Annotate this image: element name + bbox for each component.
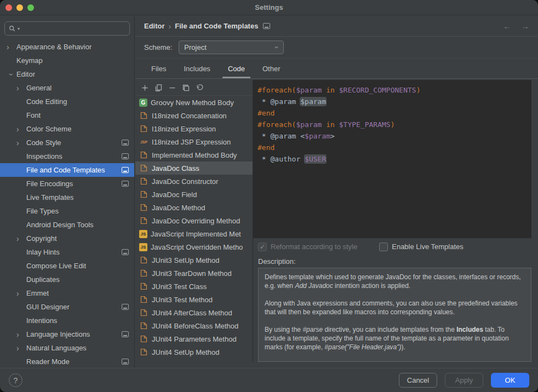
sidebar-item-intentions[interactable]: Intentions: [0, 314, 134, 327]
sidebar-item-label: Emmet: [26, 289, 49, 297]
template-item-javascript-overridden-metho[interactable]: JSJavaScript Overridden Metho: [135, 240, 253, 253]
tab-includes[interactable]: Includes: [176, 59, 217, 78]
sidebar-item-copyright[interactable]: ›Copyright: [0, 232, 134, 245]
sidebar-item-android-design-tools[interactable]: Android Design Tools: [0, 218, 134, 232]
settings-window: Settings ▾ ›Appearance & BehaviorKeymap›…: [0, 0, 538, 392]
file-template-glyph: [140, 125, 147, 132]
tab-files[interactable]: Files: [144, 59, 173, 78]
template-item-label: JUnit3 Test Class: [152, 283, 207, 291]
reset-button[interactable]: [193, 82, 206, 94]
copy-template-button[interactable]: [152, 82, 165, 94]
sidebar-item-color-scheme[interactable]: ›Color Scheme: [0, 122, 134, 136]
forward-button[interactable]: →: [521, 21, 529, 31]
code-editor[interactable]: #foreach($param in $RECORD_COMPONENTS) *…: [253, 80, 531, 238]
template-item-junit3-test-class[interactable]: JUnit3 Test Class: [135, 280, 253, 293]
main-panel: GGroovy New Method BodyI18nized Concaten…: [135, 80, 538, 362]
sidebar-item-keymap[interactable]: Keymap: [0, 54, 134, 67]
template-item-junit3-setup-method[interactable]: JUnit3 SetUp Method: [135, 253, 253, 267]
history-nav: ← →: [503, 21, 529, 31]
sidebar-item-label: Natural Languages: [26, 344, 87, 352]
remove-button[interactable]: [165, 82, 179, 94]
template-item-label: JavaScript Overridden Metho: [151, 243, 243, 251]
template-item-javadoc-class[interactable]: JavaDoc Class: [135, 162, 253, 175]
template-item-javadoc-field[interactable]: JavaDoc Field: [135, 188, 253, 201]
sidebar-item-label: Appearance & Behavior: [16, 43, 91, 51]
tab-other[interactable]: Other: [255, 59, 288, 78]
live-templates-checkbox[interactable]: [379, 243, 388, 251]
ok-button[interactable]: OK: [491, 373, 529, 388]
template-item-javadoc-constructor[interactable]: JavaDoc Constructor: [135, 175, 253, 188]
sidebar-item-file-types[interactable]: File Types: [0, 204, 134, 218]
sidebar-item-label: General: [26, 84, 51, 92]
template-item-label: JavaDoc Class: [152, 164, 199, 172]
chevron-right-icon[interactable]: ›: [16, 344, 26, 352]
search-icon[interactable]: [9, 25, 16, 32]
sidebar-item-live-templates[interactable]: Live Templates: [0, 191, 134, 204]
breadcrumb-editor[interactable]: Editor: [144, 22, 165, 30]
sidebar-item-natural-languages[interactable]: ›Natural Languages: [0, 341, 134, 355]
add-button[interactable]: [138, 82, 151, 94]
settings-search-box[interactable]: ▾: [4, 21, 130, 36]
sidebar-item-compose-live-edit[interactable]: Compose Live Edit: [0, 259, 134, 273]
close-button[interactable]: [5, 4, 12, 11]
file-template-icon: [139, 190, 148, 199]
scheme-label: Scheme:: [144, 43, 172, 51]
template-item-javascript-implemented-met[interactable]: JSJavaScript Implemented Met: [135, 227, 253, 240]
cancel-button[interactable]: Cancel: [399, 373, 437, 388]
back-button[interactable]: ←: [503, 21, 511, 31]
settings-search-input[interactable]: [21, 25, 125, 33]
template-item-implemented-method-body[interactable]: Implemented Method Body: [135, 148, 253, 162]
template-item-junit3-test-method[interactable]: JUnit3 Test Method: [135, 293, 253, 306]
sidebar-item-file-and-code-templates[interactable]: File and Code Templates: [0, 163, 134, 177]
sidebar-item-label: Intentions: [26, 316, 57, 325]
sidebar-item-inlay-hints[interactable]: Inlay Hints: [0, 245, 134, 259]
file-template-icon: [139, 282, 148, 291]
sidebar-item-file-encodings[interactable]: File Encodings: [0, 177, 134, 191]
tab-code[interactable]: Code: [221, 59, 252, 78]
sidebar-item-duplicates[interactable]: Duplicates: [0, 273, 134, 286]
sidebar-item-code-style[interactable]: ›Code Style: [0, 136, 134, 149]
chevron-right-icon[interactable]: ›: [16, 84, 26, 92]
chevron-right-icon[interactable]: ›: [7, 43, 16, 51]
sidebar-item-font[interactable]: Font: [0, 108, 134, 122]
template-item-groovy-new-method-body[interactable]: GGroovy New Method Body: [135, 96, 253, 109]
duplicate-button[interactable]: [179, 82, 192, 94]
template-item-javadoc-method[interactable]: JavaDoc Method: [135, 201, 253, 214]
template-item-junit3-teardown-method[interactable]: JUnit3 TearDown Method: [135, 267, 253, 280]
chevron-right-icon[interactable]: ›: [16, 139, 26, 147]
sidebar-item-appearance-behavior[interactable]: ›Appearance & Behavior: [0, 40, 134, 54]
search-options-caret-icon[interactable]: ▾: [18, 26, 20, 31]
chevron-right-icon[interactable]: ›: [16, 235, 26, 243]
zoom-button[interactable]: [27, 4, 34, 11]
chevron-right-icon[interactable]: ›: [16, 290, 26, 297]
template-item-junit4-parameters-method[interactable]: JUnit4 Parameters Method: [135, 332, 253, 345]
chevron-right-icon[interactable]: ›: [16, 331, 26, 338]
help-button[interactable]: ?: [9, 373, 22, 387]
code-line: * @param <$param>: [257, 130, 531, 142]
template-item-i18nized-expression[interactable]: I18nized Expression: [135, 122, 253, 135]
template-item-junit4-beforeclass-method[interactable]: JUnit4 BeforeClass Method: [135, 319, 253, 332]
apply-button: Apply: [445, 373, 483, 388]
file-template-glyph: [140, 322, 147, 330]
template-item-junit4-afterclass-method[interactable]: JUnit4 AfterClass Method: [135, 306, 253, 319]
sidebar-item-editor[interactable]: ›Editor: [0, 67, 134, 81]
sidebar-item-emmet[interactable]: ›Emmet: [0, 286, 134, 300]
chevron-down-icon[interactable]: ›: [8, 70, 15, 79]
sidebar-item-label: File Types: [26, 207, 59, 215]
sidebar-item-gui-designer[interactable]: GUI Designer: [0, 300, 134, 314]
sidebar-item-general[interactable]: ›General: [0, 81, 134, 95]
template-item-label: JUnit3 TearDown Method: [152, 269, 232, 278]
chevron-right-icon[interactable]: ›: [16, 125, 26, 133]
sidebar-item-label: GUI Designer: [26, 303, 70, 311]
sidebar-item-reader-mode[interactable]: Reader Mode: [0, 355, 134, 368]
sidebar-item-inspections[interactable]: Inspections: [0, 149, 134, 163]
template-item-i18nized-concatenation[interactable]: I18nized Concatenation: [135, 109, 253, 122]
minimize-button[interactable]: [16, 4, 23, 11]
sidebar-item-language-injections[interactable]: ›Language Injections: [0, 327, 134, 341]
template-item-i18nized-jsp-expression[interactable]: JSPI18nized JSP Expression: [135, 135, 253, 148]
scheme-select[interactable]: Project ›: [179, 41, 284, 54]
template-item-javadoc-overriding-method[interactable]: JavaDoc Overriding Method: [135, 214, 253, 227]
reformat-checkbox: [258, 243, 267, 251]
sidebar-item-code-editing[interactable]: Code Editing: [0, 95, 134, 108]
template-item-junit4-setup-method[interactable]: JUnit4 SetUp Method: [135, 345, 253, 359]
